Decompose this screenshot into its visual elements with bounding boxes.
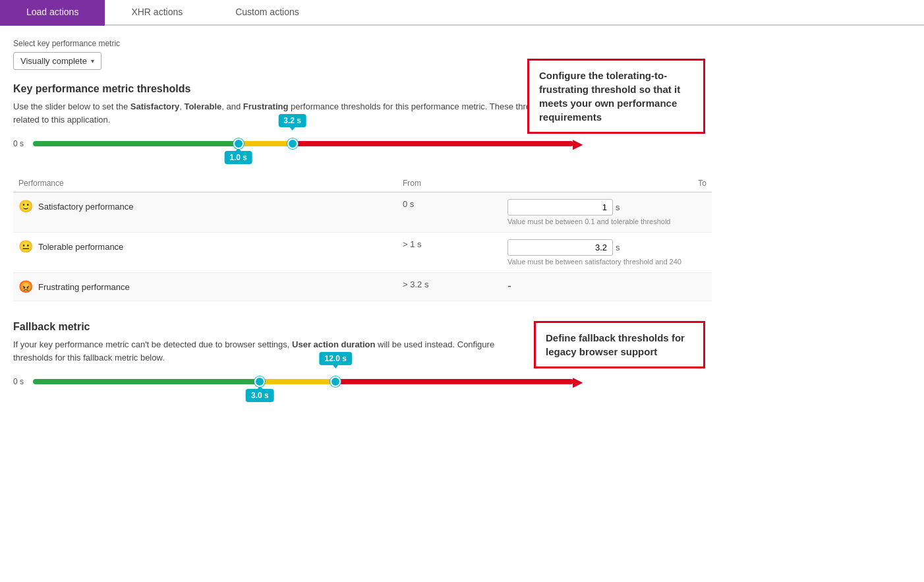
satisfactory-emoji: 🙂 (18, 199, 33, 214)
fallback-thumb1-label: 3.0 s (246, 389, 274, 402)
dropdown-value: Visually complete (20, 56, 87, 66)
satisfactory-from: 0 s (403, 199, 414, 209)
table-row: 🙂 Satisfactory performance 0 s s (13, 192, 712, 233)
frustrating-from: > 3.2 s (403, 279, 428, 289)
chevron-down-icon: ▾ (91, 57, 94, 65)
fallback-slider-arrow: ▶ (573, 374, 583, 390)
kpm-thumb2-tooltip: 3.2 s (278, 114, 306, 127)
tab-custom-actions[interactable]: Custom actions (209, 0, 325, 26)
frustrating-dash: - (507, 279, 511, 293)
fallback-thumb2[interactable] (330, 376, 341, 387)
tolerable-hint: Value must be between satisfactory thres… (507, 258, 707, 266)
fallback-thumb2-tooltip: 12.0 s (320, 352, 352, 365)
select-label: Select key performance metric (13, 39, 712, 48)
fallback-track (33, 379, 573, 384)
table-row: 😐 Tolerable performance > 1 s s (13, 233, 712, 273)
col-performance: Performance (13, 175, 397, 192)
satisfactory-to-input[interactable] (507, 199, 613, 216)
tolerable-emoji: 😐 (18, 239, 33, 254)
fallback-slider-start: 0 s (13, 377, 24, 386)
fallback-desc: If your key performance metric can't be … (13, 338, 514, 364)
table-row: 😡 Frustrating performance > 3.2 s - (13, 273, 712, 301)
slider-start: 0 s (13, 139, 24, 148)
performance-table: Performance From To 🙂 Satisfactory perfo… (13, 175, 712, 301)
kpm-track (33, 141, 573, 146)
satisfactory-to-wrapper: s (507, 199, 707, 216)
satisfactory-hint: Value must be between 0.1 and tolerable … (507, 218, 707, 225)
fallback-section: Fallback metric If your key performance … (13, 321, 712, 386)
tabs-container: Load actions XHR actions Custom actions (0, 0, 924, 26)
annotation-fallback: Define fallback thresholds for legacy br… (534, 321, 705, 368)
slider-arrow: ▶ (573, 136, 583, 152)
satisfactory-unit: s (616, 202, 620, 212)
kpm-thumb1-label: 1.0 s (224, 151, 252, 164)
kpm-thumb2[interactable] (287, 138, 298, 149)
tolerable-unit: s (616, 243, 620, 252)
frustrating-emoji: 😡 (18, 279, 33, 294)
fallback-slider-area: 0 s 12.0 s (13, 377, 712, 386)
col-to: To (502, 175, 712, 192)
satisfactory-name: 🙂 Satisfactory performance (18, 199, 392, 214)
tolerable-to-input[interactable] (507, 239, 613, 256)
kpm-thumb1[interactable] (233, 138, 244, 149)
col-from: From (397, 175, 502, 192)
metric-dropdown[interactable]: Visually complete ▾ (13, 52, 101, 70)
tolerable-to-wrapper: s (507, 239, 707, 256)
frustrating-name: 😡 Frustrating performance (18, 279, 392, 294)
tolerable-name: 😐 Tolerable performance (18, 239, 392, 254)
tab-xhr-actions[interactable]: XHR actions (105, 0, 209, 26)
main-area: Configure the tolerating-to-frustrating … (13, 39, 712, 386)
fallback-thumb1[interactable] (254, 376, 265, 387)
tolerable-from: > 1 s (403, 239, 422, 249)
tab-load-actions[interactable]: Load actions (0, 0, 105, 26)
kpm-slider-area: 0 s 3.2 s ▶ (13, 139, 712, 148)
annotation-configure: Configure the tolerating-to-frustrating … (527, 59, 705, 134)
